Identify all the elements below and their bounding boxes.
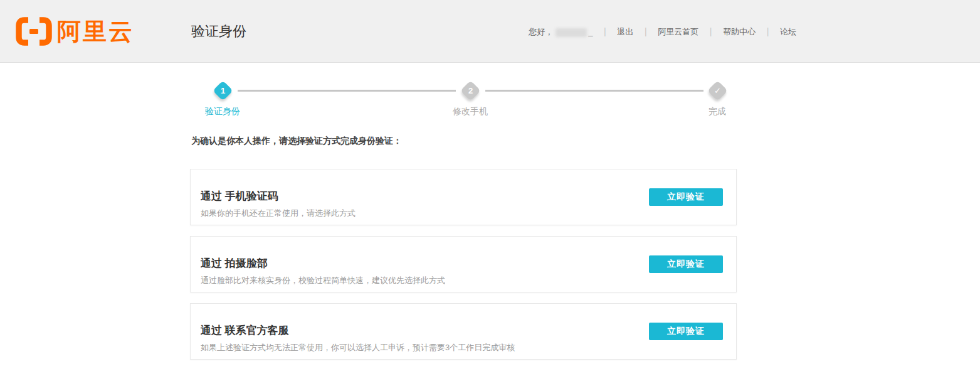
nav-link-help-center[interactable]: 帮助中心 [723,27,756,36]
step-2-label: 修改手机 [433,106,508,117]
aliyun-brackets-icon [16,17,52,46]
nav-divider: | [710,0,712,63]
step-3-diamond: ✓ [707,80,728,101]
step-1-number: 1 [221,86,225,95]
option-card-face: 通过 拍摄脸部 通过脸部比对来核实身份，校验过程简单快速，建议优先选择此方式 立… [190,236,737,292]
step-connector-line [485,90,703,92]
page-header: 阿里云 验证身份 您好，_ | 退出 | 阿里云首页 | 帮助中心 | 论坛 [0,0,980,63]
nav-divider: | [604,0,606,63]
option-title: 通过 拍摄脸部 [201,256,268,271]
nav-divider: | [645,0,647,63]
instruction-text: 为确认是你本人操作，请选择验证方式完成身份验证： [191,136,980,147]
option-description: 如果上述验证方式均无法正常使用，你可以选择人工申诉，预计需要3个工作日完成审核 [201,342,515,353]
step-1-diamond: 1 [213,80,233,101]
aliyun-logo[interactable]: 阿里云 [16,17,134,46]
step-2-number: 2 [468,86,473,95]
option-title: 通过 手机验证码 [201,189,278,203]
nav-link-aliyun-home[interactable]: 阿里云首页 [658,27,698,36]
step-1-label: 验证身份 [185,106,260,117]
check-icon: ✓ [714,86,721,95]
nav-link-logout[interactable]: 退出 [617,27,633,36]
step-connector-line [238,90,456,92]
option-description: 如果你的手机还在正常使用，请选择此方式 [201,208,356,219]
nav-link-forum[interactable]: 论坛 [780,27,796,36]
page-title: 验证身份 [191,0,246,63]
greeting-text: 您好， [529,27,553,36]
step-2-diamond: 2 [460,80,481,101]
option-description: 通过脸部比对来核实身份，校验过程简单快速，建议优先选择此方式 [201,275,445,286]
option-card-customer-service: 通过 联系官方客服 如果上述验证方式均无法正常使用，你可以选择人工申诉，预计需要… [190,303,737,360]
option-title: 通过 联系官方客服 [201,323,289,338]
username-redacted [556,28,587,37]
aliyun-logo-text: 阿里云 [57,17,134,46]
verify-now-button-sms[interactable]: 立即验证 [649,188,723,206]
verify-now-button-customer-service[interactable]: 立即验证 [649,323,723,340]
option-card-sms: 通过 手机验证码 如果你的手机还在正常使用，请选择此方式 立即验证 [190,169,737,225]
step-3-label: 完成 [680,106,755,117]
verify-now-button-face[interactable]: 立即验证 [649,255,723,273]
top-nav: 您好，_ | 退出 | 阿里云首页 | 帮助中心 | 论坛 [529,0,796,63]
progress-stepper: 1 2 ✓ 验证身份 修改手机 完成 [0,81,980,120]
username-suffix: _ [588,27,593,36]
nav-divider: | [767,0,769,63]
